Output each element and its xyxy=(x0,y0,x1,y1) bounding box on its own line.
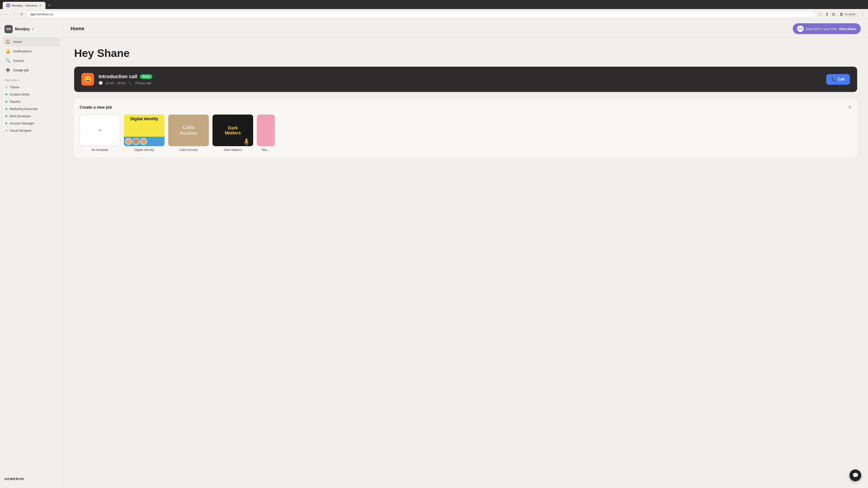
sidebar-header: MM Moodjoy ▾ xyxy=(0,23,63,37)
dark-matters-card[interactable]: DarkMatters 🧍 xyxy=(213,115,253,146)
browser-tabs: M Moodjoy · Homerun ✕ + xyxy=(3,2,865,9)
sidebar-nav: 🏠 Home 🔔 Notifications 🔍 Search ➕ Create… xyxy=(0,37,63,75)
job-item-visual-designer[interactable]: Visual Designer xyxy=(3,127,60,134)
job-item-trainer[interactable]: Trainer xyxy=(3,84,60,91)
your-jobs-section: Your jobs ▾ xyxy=(0,75,63,84)
template-calm-access[interactable]: CalmAccess Calm Access xyxy=(168,115,209,152)
job-item-account-manager[interactable]: Account Manager xyxy=(3,120,60,127)
download-button[interactable]: ⬇ xyxy=(825,11,830,18)
home-icon: 🏠 xyxy=(5,39,10,44)
partial-card[interactable] xyxy=(257,115,275,146)
sidebar-item-notifications[interactable]: 🔔 Notifications xyxy=(3,46,60,56)
incognito-label: Incognito xyxy=(844,13,856,16)
browser-chrome: M Moodjoy · Homerun ✕ + xyxy=(0,0,868,9)
sidebar: MM Moodjoy ▾ 🏠 Home 🔔 Notifications 🔍 Se… xyxy=(0,20,63,488)
template-blank-card[interactable]: + xyxy=(80,115,120,146)
template-partial-label: Rac... xyxy=(257,148,275,152)
job-item-web-developer[interactable]: Web Developer xyxy=(3,112,60,120)
ca-card-title: CalmAccess xyxy=(180,125,197,136)
avatar: MM xyxy=(4,25,13,33)
job-dot-web-developer xyxy=(5,115,7,117)
chevron-down-icon: ▾ xyxy=(18,78,19,82)
template-no-template-label: No template xyxy=(80,148,120,152)
bookmark-button[interactable]: ☆ xyxy=(817,11,823,18)
reload-button[interactable]: ↻ xyxy=(19,11,25,18)
job-label-teacher: Teacher xyxy=(9,100,21,103)
incognito-badge: 🕵 Incognito xyxy=(837,12,858,17)
extensions-button[interactable]: ⊞ xyxy=(831,11,836,18)
avatar-emoji: 😀 xyxy=(84,76,92,83)
job-label-marketing-associate: Marketing Associate xyxy=(9,107,38,111)
avatar-initials: MM xyxy=(6,28,11,31)
interview-card: 😀 Introduction call Today 🕐 23:45 - 00:0… xyxy=(74,67,857,92)
call-button[interactable]: 📞 Call xyxy=(826,74,850,85)
di-card-top: Digital Identity xyxy=(124,115,164,137)
template-no-template[interactable]: + No template xyxy=(80,115,120,152)
calm-access-card[interactable]: CalmAccess xyxy=(168,115,209,146)
create-job-close-button[interactable]: ✕ xyxy=(848,105,852,110)
chat-button[interactable]: 💬 xyxy=(849,469,861,481)
dm-card-title: DarkMatters xyxy=(225,125,241,135)
app-layout: MM Moodjoy ▾ 🏠 Home 🔔 Notifications 🔍 Se… xyxy=(0,20,868,488)
create-job-title: Create a new job xyxy=(80,105,112,110)
today-badge: Today xyxy=(140,74,152,79)
main-header: Home 14 Days left in your trial View pla… xyxy=(63,20,868,38)
tab-close-button[interactable]: ✕ xyxy=(39,4,42,7)
job-label-web-developer: Web Developer xyxy=(9,114,31,118)
sidebar-item-create-job[interactable]: ➕ Create job xyxy=(3,65,60,75)
create-job-header: Create a new job ✕ xyxy=(80,105,852,110)
dm-figure-icon: 🧍 xyxy=(242,138,251,146)
digital-identity-card[interactable]: Digital Identity xyxy=(124,115,164,146)
job-item-marketing-associate[interactable]: Marketing Associate xyxy=(3,105,60,112)
main-scroll: Hey Shane 😀 Introduction call Today 🕐 xyxy=(63,38,868,488)
tab-label: Moodjoy · Homerun xyxy=(12,4,37,7)
your-jobs-label[interactable]: Your jobs ▾ xyxy=(4,78,59,82)
active-tab[interactable]: M Moodjoy · Homerun ✕ xyxy=(3,2,45,9)
sidebar-item-label-notifications: Notifications xyxy=(13,49,32,53)
address-bar[interactable]: app.homerun.co xyxy=(26,11,816,18)
plus-large-icon: + xyxy=(98,127,102,134)
interview-time-text: 23:45 - 00:00 xyxy=(105,81,125,85)
job-item-teacher[interactable]: Teacher xyxy=(3,98,60,105)
new-tab-button[interactable]: + xyxy=(46,2,53,9)
sidebar-item-home[interactable]: 🏠 Home xyxy=(3,37,60,46)
job-dot-content-writer xyxy=(5,94,7,95)
sidebar-footer: HOMERUN xyxy=(0,474,63,484)
template-partial[interactable]: Rac... xyxy=(257,115,275,152)
phone-icon: 📞 xyxy=(128,81,132,85)
plus-icon: ➕ xyxy=(5,68,10,72)
interview-info: Introduction call Today 🕐 23:45 - 00:00 … xyxy=(98,74,152,85)
clock-icon: 🕐 xyxy=(98,81,103,85)
call-button-icon: 📞 xyxy=(832,77,836,82)
sidebar-item-search[interactable]: 🔍 Search xyxy=(3,56,60,65)
job-dot-visual-designer xyxy=(5,130,7,131)
view-plans-link[interactable]: View plans xyxy=(839,27,856,31)
chat-icon: 💬 xyxy=(852,473,859,478)
sidebar-item-label-search: Search xyxy=(13,59,24,63)
company-chevron-icon[interactable]: ▾ xyxy=(32,28,33,31)
template-di-label: Digital Identity xyxy=(124,148,164,152)
job-label-visual-designer: Visual Designer xyxy=(9,129,32,132)
sidebar-item-label-home: Home xyxy=(13,40,22,43)
browser-toolbar: ← → ↻ app.homerun.co ☆ ⬇ ⊞ 🕵 Incognito ⋮ xyxy=(0,9,868,20)
templates-grid: + No template Digital Identity xyxy=(80,115,852,152)
di-face-2 xyxy=(133,138,140,145)
job-dot-teacher xyxy=(5,101,7,103)
job-dot-trainer xyxy=(5,86,7,88)
trial-badge: 14 Days left in your trial View plans xyxy=(793,23,861,34)
job-label-trainer: Trainer xyxy=(9,86,20,89)
toolbar-actions: ☆ ⬇ ⊞ 🕵 Incognito ⋮ xyxy=(817,11,865,18)
interview-time: 🕐 23:45 - 00:00 📞 Phone call xyxy=(98,81,152,85)
template-dark-matters[interactable]: DarkMatters 🧍 Dark Matters xyxy=(213,115,253,152)
template-digital-identity[interactable]: Digital Identity Digital Identity xyxy=(124,115,164,152)
sidebar-item-label-create: Create job xyxy=(13,68,29,72)
menu-button[interactable]: ⋮ xyxy=(860,11,865,18)
template-ca-label: Calm Access xyxy=(168,148,209,152)
trial-days-number: 14 xyxy=(797,26,804,32)
homerun-logo: HOMERUN xyxy=(4,477,59,481)
forward-button[interactable]: → xyxy=(11,11,17,17)
tab-favicon: M xyxy=(6,4,10,7)
back-button[interactable]: ← xyxy=(3,11,9,17)
trial-text: Days left in your trial xyxy=(806,27,837,31)
job-item-content-writer[interactable]: Content Writer xyxy=(3,91,60,98)
